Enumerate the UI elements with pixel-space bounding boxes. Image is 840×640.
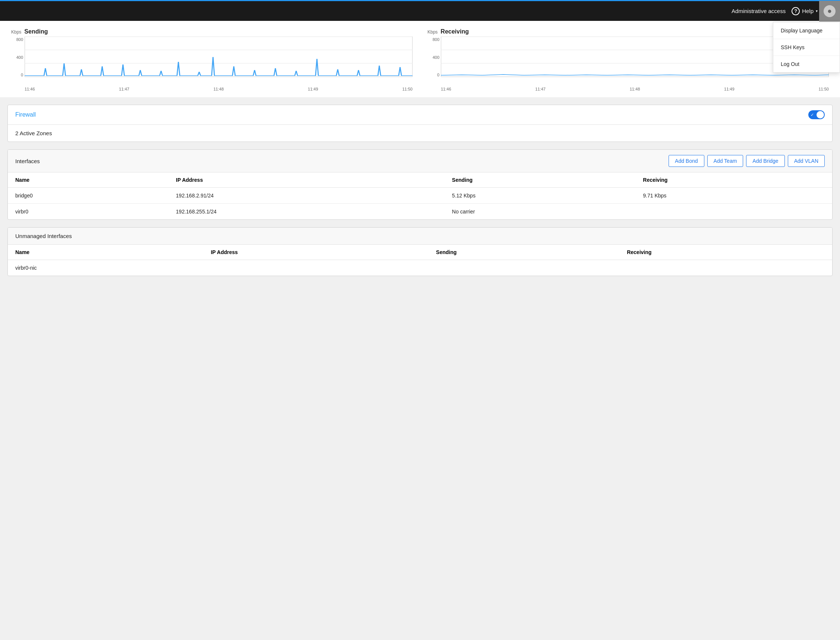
receiving-chart-unit: Kbps (428, 29, 438, 35)
interfaces-title: Interfaces (15, 158, 40, 164)
user-icon: ● (827, 7, 832, 15)
receiving-y-axis: 800 400 0 (428, 37, 441, 77)
avatar: ● (824, 5, 835, 17)
iface-name: virbr0 (8, 204, 168, 220)
table-row: virbr0-nic (8, 260, 832, 276)
sending-chart-unit: Kbps (11, 29, 21, 35)
iface-name: bridge0 (8, 188, 168, 204)
table-row: bridge0 192.168.2.91/24 5.12 Kbps 9.71 K… (8, 188, 832, 204)
um-iface-sending (428, 260, 619, 276)
add-bridge-button[interactable]: Add Bridge (746, 155, 784, 167)
interfaces-buttons: Add Bond Add Team Add Bridge Add VLAN (668, 155, 825, 167)
user-menu-button[interactable]: ● (819, 1, 840, 22)
unmanaged-header: Unmanaged Interfaces (8, 227, 832, 245)
sending-y-axis: 800 400 0 (11, 37, 25, 77)
unmanaged-interfaces-section: Unmanaged Interfaces Name IP Address Sen… (8, 227, 832, 276)
um-iface-ip (204, 260, 428, 276)
dropdown-item-display-language[interactable]: Display Language (773, 22, 840, 39)
charts-area: Kbps Sending 800 400 0 (0, 21, 840, 97)
um-col-ip: IP Address (204, 245, 428, 260)
um-col-receiving: Receiving (619, 245, 832, 260)
interfaces-table: Name IP Address Sending Receiving bridge… (8, 173, 832, 219)
header: Administrative access ? Help ▾ ● Display… (0, 0, 840, 21)
svg-rect-0 (25, 37, 412, 77)
um-iface-receiving (619, 260, 832, 276)
receiving-x-axis: 11:46 11:47 11:48 11:49 11:50 (441, 86, 829, 91)
help-label: Help (802, 8, 814, 14)
chevron-down-icon: ▾ (816, 9, 818, 13)
receiving-chart-svg (441, 37, 829, 85)
sending-chart: Kbps Sending 800 400 0 (11, 28, 412, 91)
add-team-button[interactable]: Add Team (707, 155, 744, 167)
um-col-sending: Sending (428, 245, 619, 260)
iface-sending: 5.12 Kbps (445, 188, 635, 204)
sending-x-axis: 11:46 11:47 11:48 11:49 11:50 (25, 86, 412, 91)
unmanaged-table-header: Name IP Address Sending Receiving (8, 245, 832, 260)
firewall-header: Firewall ✓ (8, 105, 832, 125)
add-vlan-button[interactable]: Add VLAN (788, 155, 825, 167)
col-ip: IP Address (168, 173, 445, 188)
firewall-section: Firewall ✓ 2 Active Zones (8, 105, 832, 142)
iface-receiving (635, 204, 832, 220)
help-icon: ? (792, 7, 800, 15)
add-bond-button[interactable]: Add Bond (668, 155, 704, 167)
toggle-knob (816, 111, 824, 118)
active-zones-label: 2 Active Zones (15, 130, 52, 136)
iface-ip: 192.168.2.91/24 (168, 188, 445, 204)
firewall-body: 2 Active Zones (8, 125, 832, 142)
col-receiving: Receiving (635, 173, 832, 188)
firewall-title: Firewall (15, 111, 36, 118)
table-row: virbr0 192.168.255.1/24 No carrier (8, 204, 832, 220)
dropdown-item-ssh-keys[interactable]: SSH Keys (773, 39, 840, 56)
admin-label: Administrative access (731, 8, 785, 14)
um-iface-name: virbr0-nic (8, 260, 204, 276)
unmanaged-title: Unmanaged Interfaces (15, 233, 72, 239)
um-col-name: Name (8, 245, 204, 260)
svg-rect-4 (441, 37, 829, 77)
receiving-chart-title: Receiving (441, 28, 469, 35)
iface-ip: 192.168.255.1/24 (168, 204, 445, 220)
interfaces-table-header: Name IP Address Sending Receiving (8, 173, 832, 188)
col-sending: Sending (445, 173, 635, 188)
interfaces-header: Interfaces Add Bond Add Team Add Bridge … (8, 150, 832, 173)
receiving-chart: Kbps Receiving 800 400 0 (428, 28, 829, 91)
firewall-toggle[interactable]: ✓ (808, 110, 825, 119)
iface-receiving: 9.71 Kbps (635, 188, 832, 204)
toggle-checkmark: ✓ (811, 112, 814, 117)
iface-sending: No carrier (445, 204, 635, 220)
dropdown-item-log-out[interactable]: Log Out (773, 56, 840, 72)
main-content: Firewall ✓ 2 Active Zones Interfaces Add… (0, 97, 840, 283)
sending-chart-svg (25, 37, 412, 85)
interfaces-section: Interfaces Add Bond Add Team Add Bridge … (8, 149, 832, 220)
sending-chart-title: Sending (24, 28, 48, 35)
user-dropdown-menu: Display Language SSH Keys Log Out (773, 22, 840, 73)
col-name: Name (8, 173, 168, 188)
help-button[interactable]: ? Help ▾ (792, 7, 818, 15)
unmanaged-table: Name IP Address Sending Receiving virbr0… (8, 245, 832, 276)
